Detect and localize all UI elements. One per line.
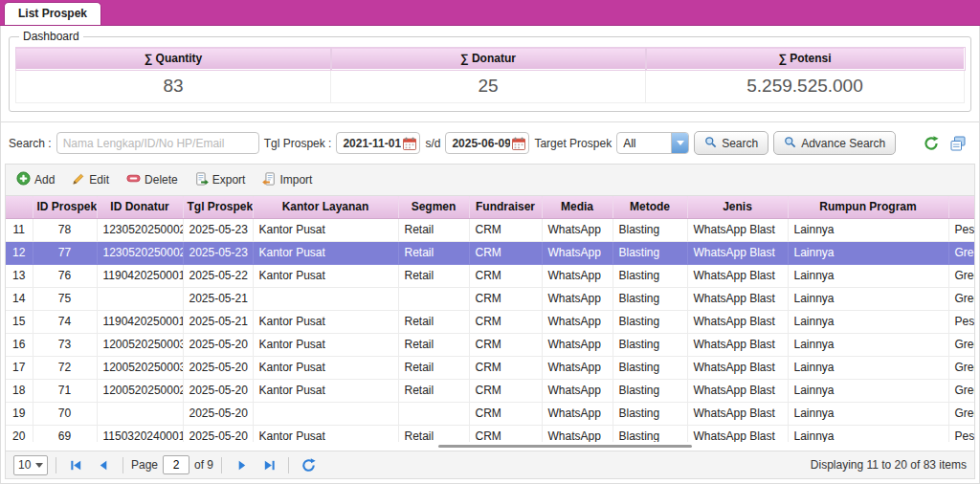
summary-value-donatur: 25 [331,70,646,103]
cell: Retail [398,379,469,402]
cell: CRM [469,379,542,402]
cell: Kantor Pusat [253,264,398,287]
chevron-down-icon[interactable] [671,133,688,153]
export-button[interactable]: Export [189,169,253,191]
cell: 12 [6,241,33,264]
cell [398,287,469,310]
table-row[interactable]: 14752025-05-21CRMWhatsAppBlastingWhatsAp… [6,287,974,310]
table-row[interactable]: 117812305202500022025-05-23Kantor PusatR… [6,218,974,241]
column-header[interactable]: Kantor Layanan [253,196,398,218]
column-header[interactable] [6,196,33,218]
date-to-input[interactable] [446,133,512,153]
pagination-bar: 10 Page of 9 Displaying 1 [6,451,974,478]
import-icon [262,172,276,188]
date-from-input[interactable] [337,133,403,153]
first-page-button[interactable] [64,454,87,475]
column-header[interactable]: Metode [612,196,687,218]
cell: WhatsApp [542,264,612,287]
export-icon [195,172,209,188]
cell: Retail [398,241,469,264]
cell: Kantor Pusat [253,241,398,264]
calendar-icon[interactable] [403,137,416,150]
horizontal-scrollbar[interactable] [6,442,974,451]
table-row[interactable]: 177212005202500032025-05-20Kantor PusatR… [6,356,974,379]
cell: WhatsApp Blast [687,310,788,333]
column-header[interactable] [948,196,974,218]
cell: Greeting [948,402,974,425]
cell: 2025-05-20 [183,425,253,442]
cell: 75 [33,287,97,310]
table-row[interactable]: 206911503202400012025-05-20Kantor PusatR… [6,425,974,442]
page-number-input[interactable] [163,455,189,474]
display-status-text: Displaying 11 to 20 of 83 items [811,458,967,472]
cell: 19 [6,402,33,425]
cell: CRM [469,333,542,356]
last-page-button[interactable] [257,454,280,475]
cell: CRM [469,402,542,425]
table-row[interactable]: 187112005202500022025-05-20Kantor PusatR… [6,379,974,402]
cell: Lainnya [788,241,948,264]
cell: Blasting [612,333,687,356]
cell: Blasting [612,241,687,264]
column-header[interactable]: Jenis [687,196,788,218]
cell: 1230520250002 [97,218,183,241]
cell: Retail [398,425,469,442]
import-button[interactable]: Import [256,169,319,191]
next-page-button[interactable] [230,454,253,475]
search-label: Search : [9,137,52,150]
target-prospek-combo[interactable]: All [616,132,689,154]
cell: 2025-05-23 [183,218,253,241]
tab-list-prospek[interactable]: List Prospek [4,2,101,25]
separator [122,457,123,473]
column-header[interactable]: Tgl Prospek [183,196,253,218]
delete-button[interactable]: Delete [120,168,185,191]
cell: Blasting [612,402,687,425]
advance-search-button[interactable]: Advance Search [773,131,896,155]
cell: 18 [6,379,33,402]
cell: 16 [6,333,33,356]
table-row[interactable]: 157411904202500012025-05-21Kantor PusatR… [6,310,974,333]
cell: 2025-05-20 [183,402,253,425]
cell: 14 [6,287,33,310]
table-row[interactable]: 137611904202500012025-05-22Kantor PusatR… [6,264,974,287]
search-input[interactable] [57,133,258,153]
cell: WhatsApp [542,333,612,356]
cell: WhatsApp Blast [687,379,788,402]
refresh-icon[interactable] [924,136,939,151]
cell: 11 [6,218,33,241]
column-header[interactable]: Rumpun Program [788,196,948,218]
table-row[interactable]: 167312005202500032025-05-20Kantor PusatR… [6,333,974,356]
cell: CRM [469,425,542,442]
cell: WhatsApp [542,218,612,241]
cell: Kantor Pusat [253,310,398,333]
cell: Greeting [948,241,974,264]
column-header[interactable]: ID Donatur [97,196,183,218]
cell: Retail [398,310,469,333]
calendar-icon[interactable] [512,137,525,150]
table-row[interactable]: 127712305202500022025-05-23Kantor PusatR… [6,241,974,264]
cell: WhatsApp Blast [687,333,788,356]
column-header[interactable]: Media [542,196,612,218]
main-content: Dashboard ∑ Quantity ∑ Donatur ∑ Potensi… [0,26,980,484]
reload-icon[interactable] [297,454,320,475]
add-button[interactable]: Add [10,168,61,191]
summary-table: ∑ Quantity ∑ Donatur ∑ Potensi 83 25 5.2… [15,47,965,103]
search-icon [784,136,796,151]
column-header[interactable]: Segmen [398,196,469,218]
cell: 20 [6,425,33,442]
edit-button[interactable]: Edit [65,169,116,191]
scrollbar-thumb[interactable] [438,445,692,448]
prev-page-button[interactable] [92,454,115,475]
cell: 77 [33,241,97,264]
table-row[interactable]: 19702025-05-20CRMWhatsAppBlastingWhatsAp… [6,402,974,425]
search-button[interactable]: Search [694,131,768,155]
copy-window-icon[interactable] [950,136,966,151]
cell: Greeting [948,333,974,356]
column-header[interactable]: ID Prospek [33,196,97,218]
cell: Retail [398,333,469,356]
tab-title: List Prospek [18,7,87,20]
page-size-select[interactable]: 10 [13,455,48,475]
target-prospek-value: All [617,137,671,150]
cell: Lainnya [788,356,948,379]
column-header[interactable]: Fundraiser [469,196,542,218]
